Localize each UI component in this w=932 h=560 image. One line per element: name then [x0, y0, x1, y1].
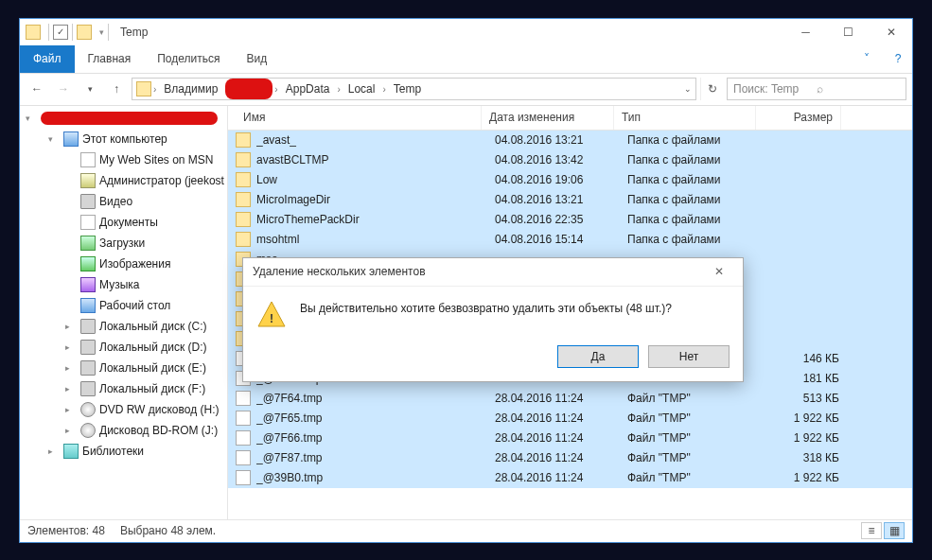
tree-video[interactable]: Видео	[20, 191, 227, 212]
dialog-yes-button[interactable]: Да	[557, 345, 639, 368]
item-size: 146 КБ	[762, 352, 847, 365]
item-size: 1 922 КБ	[762, 471, 847, 484]
tree-this-pc[interactable]: ▾Этот компьютер	[20, 129, 227, 149]
file-icon	[236, 411, 251, 426]
folder-icon	[236, 132, 251, 148]
tree-bd[interactable]: ▸Дисковод BD-ROM (J:)	[20, 420, 227, 441]
item-name: _@7F87.tmp	[256, 451, 487, 464]
dialog-close-button[interactable]: ✕	[705, 257, 733, 286]
tree-drive-e[interactable]: ▸Локальный диск (E:)	[20, 358, 227, 378]
file-icon	[236, 470, 251, 485]
view-large-icon[interactable]: ▦	[884, 522, 905, 539]
dialog-no-button[interactable]: Нет	[648, 345, 730, 368]
item-name: _avast_	[256, 133, 487, 147]
item-type: Папка с файлами	[620, 193, 762, 206]
tab-share[interactable]: Поделиться	[144, 45, 233, 73]
item-name: Low	[256, 173, 487, 186]
view-details-icon[interactable]: ≡	[861, 522, 882, 539]
tree-redacted[interactable]: ▾	[20, 108, 227, 129]
explorer-window: ▾ Temp ─ ☐ ✕ Файл Главная Поделиться Вид…	[19, 18, 913, 543]
tree-drive-f[interactable]: ▸Локальный диск (F:)	[20, 378, 227, 399]
list-item[interactable]: _@7F66.tmp28.04.2016 11:24Файл "TMP"1 92…	[228, 429, 912, 448]
item-date: 04.08.2016 13:21	[487, 133, 620, 147]
item-type: Файл "TMP"	[620, 451, 762, 464]
item-name: MicroImageDir	[256, 193, 487, 206]
tree-dvd[interactable]: ▸DVD RW дисковод (H:)	[20, 399, 227, 420]
item-type: Файл "TMP"	[620, 392, 762, 405]
list-item[interactable]: msohtml04.08.2016 15:14Папка с файлами	[228, 230, 912, 250]
tree-msn[interactable]: My Web Sites on MSN	[20, 149, 227, 170]
col-name[interactable]: Имя	[236, 106, 482, 130]
ribbon-expand-icon[interactable]: ˅	[850, 45, 884, 73]
recent-dropdown[interactable]: ▾	[79, 78, 101, 100]
chevron-right-icon[interactable]: ›	[153, 84, 156, 95]
col-type[interactable]: Тип	[614, 106, 756, 130]
crumb-local[interactable]: Local	[343, 79, 381, 99]
item-date: 28.04.2016 11:24	[487, 392, 620, 405]
list-item[interactable]: _@7F65.tmp28.04.2016 11:24Файл "TMP"1 92…	[228, 409, 912, 429]
list-item[interactable]: _@39B0.tmp28.04.2016 11:24Файл "TMP"1 92…	[228, 468, 912, 488]
tree-images[interactable]: Изображения	[20, 254, 227, 274]
tree-downloads[interactable]: Загрузки	[20, 233, 227, 254]
maximize-button[interactable]: ☐	[827, 19, 870, 45]
tree-drive-c[interactable]: ▸Локальный диск (C:)	[20, 316, 227, 337]
tab-home[interactable]: Главная	[75, 45, 145, 73]
item-size: 513 КБ	[762, 392, 847, 405]
up-button[interactable]: ↑	[105, 78, 128, 100]
item-name: msohtml	[256, 233, 487, 246]
item-type: Файл "TMP"	[620, 431, 762, 445]
address-dropdown-icon[interactable]: ⌄	[684, 84, 692, 94]
col-date[interactable]: Дата изменения	[482, 106, 614, 130]
address-bar[interactable]: › Владимир › AppData › Local › Temp ⌄	[132, 78, 696, 100]
folder-icon	[236, 192, 251, 207]
tree-docs[interactable]: Документы	[20, 212, 227, 233]
help-icon[interactable]: ?	[884, 45, 912, 73]
svg-text:!: !	[270, 312, 273, 325]
item-size: 1 922 КБ	[762, 431, 847, 445]
chevron-right-icon[interactable]: ›	[274, 84, 277, 95]
forward-button[interactable]: →	[52, 78, 75, 100]
item-date: 28.04.2016 11:24	[487, 411, 620, 425]
list-item[interactable]: MicroImageDir04.08.2016 13:21Папка с фай…	[228, 190, 912, 210]
tree-desktop[interactable]: Рабочий стол	[20, 295, 227, 316]
item-size: 318 КБ	[762, 451, 847, 464]
col-size[interactable]: Размер	[756, 106, 841, 130]
navigation-row: ← → ▾ ↑ › Владимир › AppData › Local › T…	[20, 74, 912, 106]
folder-icon	[236, 232, 251, 247]
list-item[interactable]: Low04.08.2016 19:06Папка с файлами	[228, 170, 912, 190]
item-date: 04.08.2016 22:35	[487, 213, 620, 226]
tree-admin[interactable]: Администратор (jeekost	[20, 170, 227, 191]
list-item[interactable]: _@7F64.tmp28.04.2016 11:24Файл "TMP"513 …	[228, 389, 912, 409]
crumb-appdata[interactable]: AppData	[280, 79, 336, 99]
tab-view[interactable]: Вид	[233, 45, 280, 73]
tree-music[interactable]: Музыка	[20, 274, 227, 295]
item-type: Папка с файлами	[620, 173, 762, 186]
list-item[interactable]: _avast_04.08.2016 13:21Папка с файлами	[228, 131, 912, 150]
file-icon	[236, 391, 251, 406]
titlebar[interactable]: ▾ Temp ─ ☐ ✕	[20, 19, 912, 45]
list-item[interactable]: avastBCLTMP04.08.2016 13:42Папка с файла…	[228, 150, 912, 170]
crumb-user[interactable]: Владимир	[158, 79, 223, 99]
refresh-button[interactable]: ↻	[700, 78, 723, 100]
tab-file[interactable]: Файл	[20, 45, 75, 73]
tree-libraries[interactable]: ▸Библиотеки	[20, 441, 227, 462]
nav-tree[interactable]: ▾ ▾Этот компьютер My Web Sites on MSN Ад…	[20, 106, 228, 519]
list-item[interactable]: MicroThemePackDir04.08.2016 22:35Папка с…	[228, 210, 912, 230]
crumb-temp[interactable]: Temp	[388, 79, 427, 99]
close-button[interactable]: ✕	[870, 19, 912, 45]
item-type: Файл "TMP"	[620, 471, 762, 484]
status-selected: Выбрано 48 элем.	[120, 524, 216, 537]
chevron-right-icon[interactable]: ›	[382, 84, 385, 95]
tree-drive-d[interactable]: ▸Локальный диск (D:)	[20, 337, 227, 358]
minimize-button[interactable]: ─	[784, 19, 827, 45]
search-input[interactable]: Поиск: Temp ⌕	[727, 78, 906, 100]
back-button[interactable]: ←	[26, 78, 48, 100]
search-icon[interactable]: ⌕	[817, 82, 900, 96]
delete-confirm-dialog: Удаление нескольких элементов ✕ ! Вы дей…	[242, 257, 744, 382]
qat-checkbox[interactable]	[53, 25, 68, 40]
chevron-right-icon[interactable]: ›	[337, 84, 340, 95]
list-item[interactable]: _@7F87.tmp28.04.2016 11:24Файл "TMP"318 …	[228, 448, 912, 468]
status-bar: Элементов: 48 Выбрано 48 элем. ≡ ▦	[20, 519, 912, 542]
folder-icon	[236, 152, 251, 167]
column-headers[interactable]: Имя Дата изменения Тип Размер	[228, 106, 912, 131]
